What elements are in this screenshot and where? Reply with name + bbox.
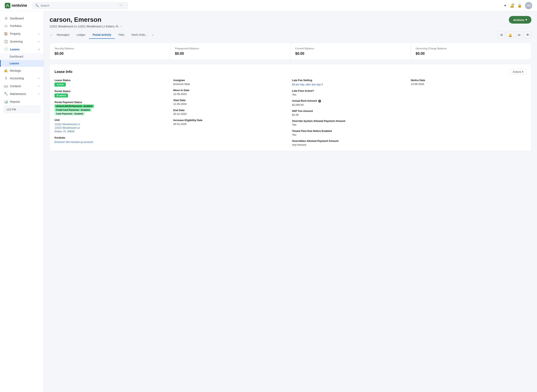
address-text: 11521 Woodmount Ln 11521 Woodmount Ln Es…: [50, 25, 119, 28]
search-icon: 🔍: [35, 4, 39, 7]
sidebar-item-contacts[interactable]: 📖 Contacts ∨: [0, 82, 44, 90]
sidebar-item-rentsign[interactable]: ✍ Rentsign: [0, 67, 44, 75]
sidebar-item-maintenance[interactable]: 🔧 Maintenance ∨: [0, 90, 44, 98]
sidebar-item-accounting[interactable]: $ Accounting ∨: [0, 75, 44, 82]
reports-icon: 📊: [4, 100, 8, 103]
logo-icon: [5, 3, 10, 8]
lease-fields-grid: Lease Status Active Portal Status Enable…: [55, 79, 526, 146]
svg-rect-0: [5, 3, 10, 8]
app-layout: ⊞ Dashboard 🗂 Portfolios 🏠 Property ∨ 📋 …: [0, 11, 537, 392]
tabs-row: ‹ Messages Ledger Portal Activity Files …: [50, 31, 531, 39]
lease-status-label: Lease Status: [55, 79, 170, 82]
property-icon: 🏠: [4, 32, 8, 36]
leases-leases-label: Leases: [9, 62, 19, 65]
notifications-button[interactable]: 🔔: [510, 3, 514, 8]
lease-info-header: Lease Info Actions ▾: [55, 69, 526, 75]
lease-info-card: Lease Info Actions ▾ Lease Status Active…: [50, 64, 531, 151]
user-avatar[interactable]: AN: [525, 2, 532, 9]
credit-badge: Credit Card Payments - Enabled: [55, 108, 91, 112]
search-input[interactable]: [41, 4, 116, 7]
chevron-down-icon: ∨: [38, 32, 40, 35]
sidebar-item-dashboard[interactable]: ⊞ Dashboard: [0, 14, 44, 22]
lease-status-badge: Active: [55, 83, 66, 87]
sidebar-time: 123 PM: [3, 106, 41, 113]
chevron-down-icon: ∨: [38, 40, 40, 43]
overridden-amount-value: Any Amount: [292, 143, 408, 146]
app-logo[interactable]: rentvine: [5, 3, 27, 8]
lease-actions-label: Actions: [513, 70, 521, 73]
sidebar-item-label: Contacts: [10, 84, 21, 88]
sidebar-item-label: Maintenance: [10, 92, 26, 95]
nsf-fee-value: $1.00: [292, 113, 408, 116]
chevron-down-icon: ∨: [38, 77, 40, 80]
sidebar-item-property[interactable]: 🏠 Property ∨: [0, 30, 44, 37]
sidebar-item-screening[interactable]: 📋 Screening ∨: [0, 37, 44, 45]
search-bar[interactable]: 🔍 ⌘ K: [32, 2, 128, 9]
leases-submenu: Dashboard Leases: [0, 53, 44, 67]
lock-button[interactable]: 🔒: [517, 3, 522, 8]
chevron-down-icon: ∨: [38, 93, 40, 95]
sidebar-item-label: Portfolios: [10, 24, 22, 28]
portal-status-badge: Enabled: [55, 93, 68, 98]
sidebar-item-leases-dashboard[interactable]: Dashboard: [0, 53, 44, 60]
notification-dot: [513, 3, 514, 5]
tab-messages[interactable]: Messages: [53, 31, 73, 39]
tab-messages-label: Messages: [57, 33, 70, 36]
late-fee-setting-link[interactable]: $0 per day, after due day 5: [292, 83, 323, 86]
tab-ledger[interactable]: Ledger: [73, 31, 89, 39]
sidebar-item-portfolios[interactable]: 🗂 Portfolios: [0, 22, 44, 30]
lease-info-title: Lease Info: [55, 70, 72, 74]
override-payment-value: Yes: [292, 123, 408, 126]
external-link-button[interactable]: ⧉: [498, 31, 505, 39]
unit-link[interactable]: 11521 Woodmount Ln 11521 Woodmount Ln Es…: [55, 123, 80, 133]
portal-status-label: Portal Status: [55, 90, 170, 93]
bell-button[interactable]: 🔔: [507, 31, 514, 39]
sidebar-item-label: Accounting: [10, 77, 24, 80]
sidebar-item-leases[interactable]: 📄 Leases ∧: [0, 45, 44, 53]
actions-button[interactable]: Actions ▾: [509, 16, 531, 23]
current-balance-label: Current Balance: [295, 47, 406, 50]
portal-payment-status-label: Portal Payment Status: [55, 101, 170, 104]
portfolio-label: Portfolio: [55, 136, 170, 139]
late-fee-setting-label: Late Fee Setting: [292, 79, 408, 82]
portfolios-icon: 🗂: [4, 24, 8, 28]
lease-actions-button[interactable]: Actions ▾: [510, 69, 526, 75]
tab-portal-activity-label: Portal Activity: [93, 33, 111, 36]
chevron-down-icon: ▾: [522, 70, 523, 73]
ai-assistant-button[interactable]: ✦: [504, 3, 507, 8]
actions-label: Actions: [513, 18, 524, 22]
tabs-next-button[interactable]: ›: [151, 32, 155, 38]
tab-files-label: Files: [118, 33, 124, 36]
move-in-date-label: Move In Date: [173, 89, 289, 92]
sidebar-item-reports[interactable]: 📊 Reports: [0, 98, 44, 106]
sidebar-item-label: Screening: [10, 40, 23, 43]
sidebar-item-label: Property: [10, 32, 21, 35]
svg-point-1: [7, 4, 8, 5]
tab-files[interactable]: Files: [115, 31, 128, 39]
portfolio-link[interactable]: Emerson Not messed up account: [55, 140, 93, 144]
tabs-prev-button[interactable]: ‹: [50, 32, 53, 38]
end-date-label: End Date: [173, 109, 289, 112]
late-fees-active: Yes: [292, 93, 408, 96]
mail-button[interactable]: ✉: [515, 31, 523, 39]
current-balance-card: Current Balance $0.00: [290, 43, 411, 60]
tab-portal-activity[interactable]: Portal Activity: [89, 31, 115, 39]
start-date-label: Start Date: [173, 99, 289, 102]
start-date: 12-05-2024: [173, 103, 289, 106]
nav-actions: ✦ 🔔 🔒 AN: [504, 2, 532, 9]
tab-action-buttons: ⧉ 🔔 ✉ 👁: [498, 31, 531, 39]
security-balance-value: $0.00: [55, 51, 165, 56]
chevron-down-icon[interactable]: ∨: [120, 25, 122, 28]
rentsign-icon: ✍: [4, 69, 8, 73]
assignee-label: Assignee: [173, 79, 289, 82]
eye-button[interactable]: 👁: [524, 31, 531, 39]
info-icon[interactable]: i: [318, 100, 321, 103]
sidebar-item-label: Rentsign: [10, 69, 21, 72]
tab-work-orders[interactable]: Work Orde...: [128, 31, 151, 39]
leases-icon: 📄: [4, 47, 8, 51]
sidebar-item-leases-leases[interactable]: Leases: [0, 60, 44, 67]
notice-column: Notice Date 12-06-2024: [411, 79, 527, 146]
screening-icon: 📋: [4, 40, 8, 43]
notice-date-label: Notice Date: [411, 79, 527, 82]
echeck-badge: eCheck (ACH) Payments - Enabled: [55, 104, 94, 108]
